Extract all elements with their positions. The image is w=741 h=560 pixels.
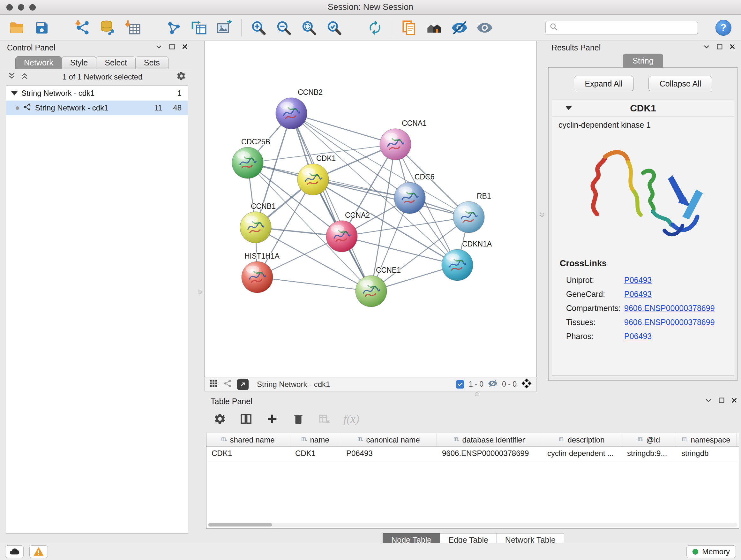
column-sort-icon[interactable] (638, 435, 644, 444)
crosslink-link[interactable]: P06493 (624, 290, 652, 299)
cloud-button[interactable] (5, 545, 23, 558)
table-horizontal-scrollbar[interactable] (208, 523, 738, 527)
network-tree-root-row[interactable]: String Network - cdk1 1 (6, 86, 188, 101)
memory-button[interactable]: Memory (686, 545, 736, 558)
gene-expander-icon[interactable] (565, 106, 572, 110)
panel-menu-chevron-icon[interactable] (704, 396, 712, 406)
left-splitter-handle[interactable] (198, 290, 202, 294)
gene-section-header[interactable]: CDK1 (552, 100, 734, 117)
crosslink-link[interactable]: P06493 (624, 332, 652, 341)
zoom-selected-icon[interactable] (326, 19, 342, 36)
table-settings-gear-icon[interactable] (212, 412, 227, 426)
hide-selected-eye-icon[interactable] (451, 19, 468, 36)
show-all-eye-icon[interactable] (476, 19, 493, 36)
tab-string[interactable]: String (623, 54, 663, 68)
network-edge[interactable] (313, 179, 469, 217)
panel-float-icon[interactable] (169, 43, 176, 52)
panel-close-icon[interactable] (729, 43, 736, 52)
column-sort-icon[interactable] (559, 435, 565, 444)
column-sort-icon[interactable] (358, 435, 363, 444)
zoom-fit-icon[interactable] (300, 19, 317, 36)
panel-menu-chevron-icon[interactable] (703, 43, 711, 52)
network-tree-child-row[interactable]: String Network - cdk1 11 48 (6, 101, 188, 115)
network-edge[interactable] (291, 113, 395, 144)
panel-float-icon[interactable] (716, 43, 723, 52)
show-columns-icon[interactable] (239, 412, 253, 426)
search-input[interactable] (561, 23, 694, 32)
delete-column-trash-icon[interactable] (291, 412, 306, 426)
tab-network[interactable]: Network (15, 56, 62, 69)
table-cell[interactable]: P06493 (341, 447, 437, 460)
network-edge[interactable] (257, 277, 371, 291)
expand-all-networks-icon[interactable] (20, 72, 29, 82)
selected-checkbox-icon[interactable] (456, 380, 464, 388)
import-network-database-icon[interactable] (99, 19, 116, 36)
zoom-in-icon[interactable] (250, 19, 267, 36)
open-session-icon[interactable] (8, 19, 25, 36)
column-header-database-identifier[interactable]: database identifier (437, 433, 542, 446)
column-header-description[interactable]: description (542, 433, 622, 446)
network-graph[interactable]: CCNB2CCNA1CDC25BCDK1CDC6RB1CCNB1CCNA2CDK… (205, 41, 536, 377)
table-cell[interactable]: 9606.ENSP00000378699 (437, 447, 542, 460)
panel-menu-chevron-icon[interactable] (155, 43, 163, 52)
column-sort-icon[interactable] (454, 435, 460, 444)
grid-view-icon[interactable] (209, 379, 218, 390)
refresh-icon[interactable] (367, 19, 383, 36)
table-row[interactable]: CDK1CDK1P064939606.ENSP00000378699cyclin… (206, 447, 739, 460)
hidden-eye-slash-icon[interactable] (488, 379, 497, 390)
table-scrollbar-thumb[interactable] (208, 523, 272, 526)
warning-button[interactable] (29, 545, 48, 558)
tab-select[interactable]: Select (96, 56, 135, 69)
column-header-canonical-name[interactable]: canonical name (341, 433, 437, 446)
column-header-shared-name[interactable]: shared name (206, 433, 290, 446)
crosslink-link[interactable]: 9606.ENSP00000378699 (624, 304, 715, 313)
tree-expander-icon[interactable] (11, 91, 17, 96)
crosslink-link[interactable]: P06493 (624, 275, 652, 285)
image-export-icon[interactable] (216, 19, 232, 36)
node-table[interactable]: shared namenamecanonical namedatabase id… (206, 433, 739, 529)
network-share-small-icon[interactable] (223, 379, 232, 390)
import-network-file-icon[interactable] (74, 19, 91, 36)
toolbar-search[interactable] (545, 21, 698, 35)
tab-style[interactable]: Style (62, 56, 97, 69)
import-table-icon[interactable] (125, 19, 141, 36)
pan-move-icon[interactable] (521, 378, 532, 391)
document-copy-icon[interactable] (401, 19, 417, 36)
panel-float-icon[interactable] (718, 397, 725, 406)
zoom-window-button[interactable] (29, 4, 36, 10)
collapse-all-button[interactable]: Collapse All (649, 76, 713, 91)
column-header-name[interactable]: name (290, 433, 341, 446)
table-cell[interactable]: CDK1 (206, 447, 290, 460)
collapse-all-networks-icon[interactable] (8, 72, 16, 82)
network-edge[interactable] (291, 113, 371, 291)
network-from-selection-icon[interactable] (165, 19, 182, 36)
panel-close-icon[interactable] (731, 397, 738, 406)
tab-sets[interactable]: Sets (135, 56, 169, 69)
gene-description: cyclin-dependent kinase 1 (552, 117, 734, 130)
network-edge[interactable] (342, 217, 469, 236)
expand-all-button[interactable]: Expand All (574, 76, 634, 91)
column-header-namespace[interactable]: namespace (676, 433, 737, 446)
column-sort-icon[interactable] (221, 435, 227, 444)
column-header--id[interactable]: @id (622, 433, 676, 446)
table-from-network-icon[interactable] (191, 19, 207, 36)
save-session-icon[interactable] (33, 19, 50, 36)
panel-close-icon[interactable] (181, 43, 188, 52)
table-cell[interactable]: cyclin-dependent ... (542, 447, 622, 460)
add-column-icon[interactable] (265, 412, 280, 426)
houses-icon[interactable] (426, 19, 443, 36)
table-cell[interactable]: stringdb:9... (622, 447, 676, 460)
close-window-button[interactable] (6, 4, 13, 10)
column-sort-icon[interactable] (682, 435, 688, 444)
network-options-gear-icon[interactable] (176, 71, 186, 83)
table-cell[interactable]: stringdb (676, 447, 737, 460)
open-in-window-button[interactable] (237, 379, 249, 390)
crosslink-link[interactable]: 9606.ENSP00000378699 (624, 318, 715, 327)
network-canvas[interactable]: CCNB2CCNA1CDC25BCDK1CDC6RB1CCNB1CCNA2CDK… (204, 41, 537, 377)
zoom-out-icon[interactable] (275, 19, 292, 36)
help-button[interactable]: ? (716, 20, 731, 36)
column-sort-icon[interactable] (301, 435, 307, 444)
minimize-window-button[interactable] (18, 4, 24, 10)
table-cell[interactable]: CDK1 (290, 447, 341, 460)
right-splitter-handle[interactable] (540, 212, 544, 217)
